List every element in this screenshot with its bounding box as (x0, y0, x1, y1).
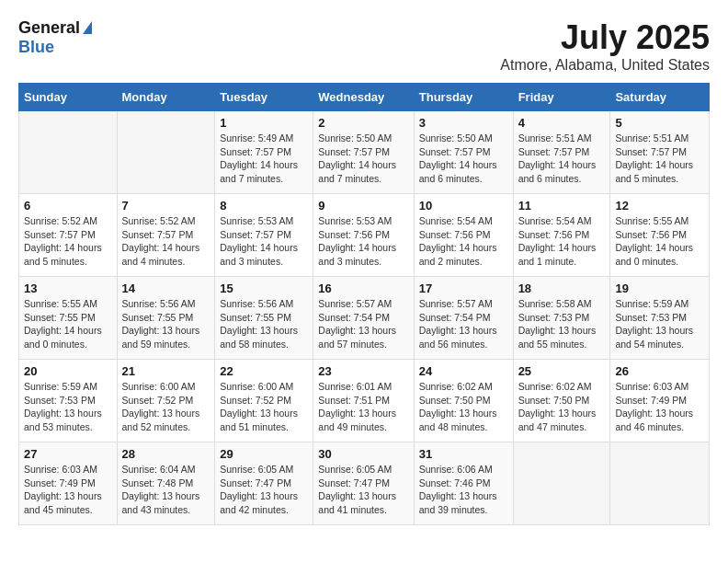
calendar-cell: 22Sunrise: 6:00 AMSunset: 7:52 PMDayligh… (215, 360, 313, 442)
day-number: 4 (518, 116, 606, 130)
logo-triangle-icon (83, 21, 92, 34)
day-number: 30 (318, 447, 408, 461)
day-detail: Sunrise: 5:51 AMSunset: 7:57 PMDaylight:… (518, 132, 606, 186)
calendar-cell: 12Sunrise: 5:55 AMSunset: 7:56 PMDayligh… (610, 194, 710, 277)
calendar-cell (19, 111, 118, 194)
day-detail: Sunrise: 5:53 AMSunset: 7:56 PMDaylight:… (318, 214, 408, 269)
header: General Blue July 2025 Atmore, Alabama, … (18, 18, 710, 74)
calendar-cell: 16Sunrise: 5:57 AMSunset: 7:54 PMDayligh… (313, 277, 414, 360)
calendar-cell: 30Sunrise: 6:05 AMSunset: 7:47 PMDayligh… (313, 442, 414, 525)
calendar-cell: 28Sunrise: 6:04 AMSunset: 7:48 PMDayligh… (117, 442, 215, 525)
calendar-week-row: 20Sunrise: 5:59 AMSunset: 7:53 PMDayligh… (19, 360, 710, 442)
weekday-header-row: SundayMondayTuesdayWednesdayThursdayFrid… (19, 84, 710, 111)
calendar-cell (610, 442, 710, 525)
day-number: 7 (122, 199, 210, 213)
day-detail: Sunrise: 5:51 AMSunset: 7:57 PMDaylight:… (615, 132, 704, 186)
calendar-cell: 15Sunrise: 5:56 AMSunset: 7:55 PMDayligh… (215, 277, 313, 360)
day-number: 18 (518, 282, 606, 295)
day-number: 13 (24, 282, 112, 295)
day-number: 6 (24, 199, 112, 213)
weekday-header-thursday: Thursday (414, 84, 513, 111)
day-number: 20 (24, 364, 112, 378)
day-detail: Sunrise: 6:02 AMSunset: 7:50 PMDaylight:… (419, 380, 508, 434)
day-detail: Sunrise: 5:55 AMSunset: 7:56 PMDaylight:… (615, 214, 704, 269)
weekday-header-sunday: Sunday (19, 84, 118, 111)
day-detail: Sunrise: 5:52 AMSunset: 7:57 PMDaylight:… (24, 214, 112, 269)
day-detail: Sunrise: 6:01 AMSunset: 7:51 PMDaylight:… (318, 380, 408, 434)
day-number: 17 (419, 282, 508, 295)
day-number: 25 (518, 364, 606, 378)
day-detail: Sunrise: 5:49 AMSunset: 7:57 PMDaylight:… (220, 132, 308, 186)
calendar-cell: 29Sunrise: 6:05 AMSunset: 7:47 PMDayligh… (215, 442, 313, 525)
day-number: 2 (318, 116, 408, 130)
calendar-cell: 4Sunrise: 5:51 AMSunset: 7:57 PMDaylight… (513, 111, 610, 194)
calendar-cell: 21Sunrise: 6:00 AMSunset: 7:52 PMDayligh… (117, 360, 215, 442)
day-detail: Sunrise: 5:50 AMSunset: 7:57 PMDaylight:… (318, 132, 408, 186)
calendar-cell: 18Sunrise: 5:58 AMSunset: 7:53 PMDayligh… (513, 277, 610, 360)
calendar-week-row: 27Sunrise: 6:03 AMSunset: 7:49 PMDayligh… (19, 442, 710, 525)
day-detail: Sunrise: 5:55 AMSunset: 7:55 PMDaylight:… (24, 297, 112, 351)
logo-general: General (18, 18, 80, 38)
logo: General Blue (18, 18, 92, 57)
day-detail: Sunrise: 5:58 AMSunset: 7:53 PMDaylight:… (518, 297, 606, 351)
calendar-cell: 13Sunrise: 5:55 AMSunset: 7:55 PMDayligh… (19, 277, 118, 360)
day-number: 12 (615, 199, 704, 213)
calendar-cell: 17Sunrise: 5:57 AMSunset: 7:54 PMDayligh… (414, 277, 513, 360)
calendar-cell: 27Sunrise: 6:03 AMSunset: 7:49 PMDayligh… (19, 442, 118, 525)
day-detail: Sunrise: 6:00 AMSunset: 7:52 PMDaylight:… (122, 380, 210, 434)
day-detail: Sunrise: 6:00 AMSunset: 7:52 PMDaylight:… (220, 380, 308, 434)
day-detail: Sunrise: 5:54 AMSunset: 7:56 PMDaylight:… (518, 214, 606, 269)
weekday-header-monday: Monday (117, 84, 215, 111)
calendar-cell: 7Sunrise: 5:52 AMSunset: 7:57 PMDaylight… (117, 194, 215, 277)
calendar-cell: 2Sunrise: 5:50 AMSunset: 7:57 PMDaylight… (313, 111, 414, 194)
calendar-cell: 14Sunrise: 5:56 AMSunset: 7:55 PMDayligh… (117, 277, 215, 360)
calendar-cell: 9Sunrise: 5:53 AMSunset: 7:56 PMDaylight… (313, 194, 414, 277)
calendar-cell: 3Sunrise: 5:50 AMSunset: 7:57 PMDaylight… (414, 111, 513, 194)
day-number: 15 (220, 282, 308, 295)
day-number: 28 (122, 447, 210, 461)
calendar-cell: 25Sunrise: 6:02 AMSunset: 7:50 PMDayligh… (513, 360, 610, 442)
day-number: 21 (122, 364, 210, 378)
calendar-cell: 6Sunrise: 5:52 AMSunset: 7:57 PMDaylight… (19, 194, 118, 277)
page-subtitle: Atmore, Alabama, United States (500, 57, 710, 74)
calendar-week-row: 13Sunrise: 5:55 AMSunset: 7:55 PMDayligh… (19, 277, 710, 360)
weekday-header-wednesday: Wednesday (313, 84, 414, 111)
calendar-cell: 19Sunrise: 5:59 AMSunset: 7:53 PMDayligh… (610, 277, 710, 360)
calendar-week-row: 1Sunrise: 5:49 AMSunset: 7:57 PMDaylight… (19, 111, 710, 194)
calendar-cell: 8Sunrise: 5:53 AMSunset: 7:57 PMDaylight… (215, 194, 313, 277)
day-detail: Sunrise: 6:05 AMSunset: 7:47 PMDaylight:… (220, 463, 308, 517)
day-number: 1 (220, 116, 308, 130)
day-detail: Sunrise: 6:03 AMSunset: 7:49 PMDaylight:… (24, 463, 112, 517)
day-number: 3 (419, 116, 508, 130)
day-number: 31 (419, 447, 508, 461)
day-number: 11 (518, 199, 606, 213)
calendar-cell (117, 111, 215, 194)
title-block: July 2025 Atmore, Alabama, United States (500, 18, 710, 74)
calendar-cell: 20Sunrise: 5:59 AMSunset: 7:53 PMDayligh… (19, 360, 118, 442)
day-number: 5 (615, 116, 704, 130)
day-number: 26 (615, 364, 704, 378)
calendar-cell: 31Sunrise: 6:06 AMSunset: 7:46 PMDayligh… (414, 442, 513, 525)
day-number: 29 (220, 447, 308, 461)
calendar-cell: 24Sunrise: 6:02 AMSunset: 7:50 PMDayligh… (414, 360, 513, 442)
day-detail: Sunrise: 5:59 AMSunset: 7:53 PMDaylight:… (615, 297, 704, 351)
day-detail: Sunrise: 6:03 AMSunset: 7:49 PMDaylight:… (615, 380, 704, 434)
calendar-cell: 26Sunrise: 6:03 AMSunset: 7:49 PMDayligh… (610, 360, 710, 442)
day-number: 16 (318, 282, 408, 295)
day-number: 19 (615, 282, 704, 295)
day-detail: Sunrise: 5:57 AMSunset: 7:54 PMDaylight:… (419, 297, 508, 351)
day-detail: Sunrise: 6:05 AMSunset: 7:47 PMDaylight:… (318, 463, 408, 517)
page: General Blue July 2025 Atmore, Alabama, … (0, 0, 728, 544)
day-number: 23 (318, 364, 408, 378)
day-detail: Sunrise: 5:53 AMSunset: 7:57 PMDaylight:… (220, 214, 308, 269)
calendar-cell: 23Sunrise: 6:01 AMSunset: 7:51 PMDayligh… (313, 360, 414, 442)
day-number: 22 (220, 364, 308, 378)
day-detail: Sunrise: 5:56 AMSunset: 7:55 PMDaylight:… (220, 297, 308, 351)
calendar-table: SundayMondayTuesdayWednesdayThursdayFrid… (18, 83, 710, 525)
day-detail: Sunrise: 5:52 AMSunset: 7:57 PMDaylight:… (122, 214, 210, 269)
day-detail: Sunrise: 5:54 AMSunset: 7:56 PMDaylight:… (419, 214, 508, 269)
day-detail: Sunrise: 5:50 AMSunset: 7:57 PMDaylight:… (419, 132, 508, 186)
day-detail: Sunrise: 5:59 AMSunset: 7:53 PMDaylight:… (24, 380, 112, 434)
calendar-week-row: 6Sunrise: 5:52 AMSunset: 7:57 PMDaylight… (19, 194, 710, 277)
day-number: 24 (419, 364, 508, 378)
